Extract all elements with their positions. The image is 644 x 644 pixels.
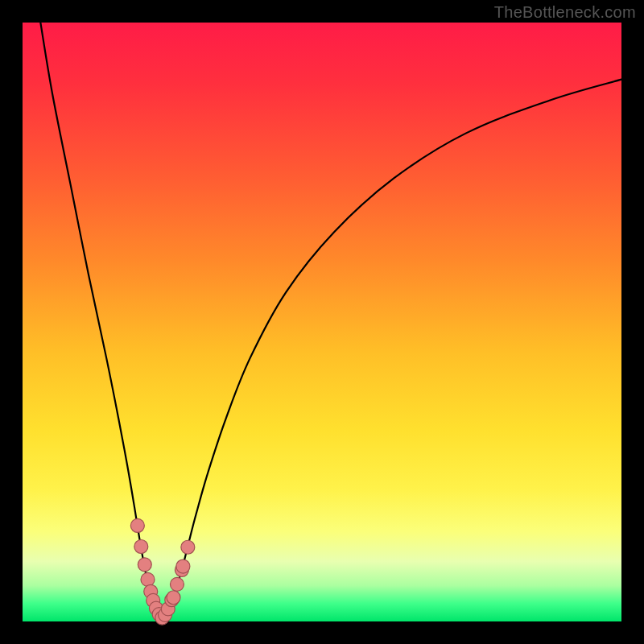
plot-area xyxy=(23,23,621,621)
curve-left-branch xyxy=(40,23,162,619)
curve-svg xyxy=(23,23,621,621)
marker-dot xyxy=(181,540,195,554)
watermark-text: TheBottleneck.com xyxy=(494,3,636,22)
marker-dot xyxy=(138,558,151,572)
marker-dot xyxy=(176,559,190,573)
curve-right-branch xyxy=(162,80,621,619)
marker-dot xyxy=(130,518,144,532)
highlight-markers xyxy=(130,518,194,625)
marker-dot xyxy=(134,540,148,554)
chart-frame: TheBottleneck.com xyxy=(0,0,644,644)
marker-dot xyxy=(170,577,184,591)
marker-dot xyxy=(141,572,155,586)
marker-dot xyxy=(167,591,180,605)
